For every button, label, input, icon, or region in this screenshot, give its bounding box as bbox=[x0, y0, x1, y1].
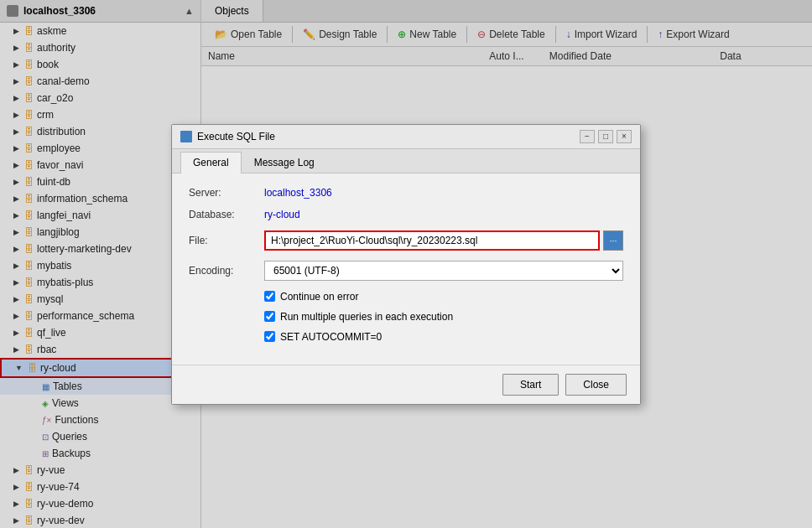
modal-title-group: Execute SQL File bbox=[180, 131, 275, 142]
start-button[interactable]: Start bbox=[502, 374, 559, 396]
checkbox-autocommit-row: SET AUTOCOMMIT=0 bbox=[189, 331, 623, 343]
modal-window-controls: − □ × bbox=[580, 130, 632, 143]
maximize-button[interactable]: □ bbox=[598, 130, 613, 143]
modal-title: Execute SQL File bbox=[197, 131, 275, 142]
encoding-label: Encoding: bbox=[189, 265, 264, 277]
modal-body: Server: localhost_3306 Database: ry-clou… bbox=[172, 173, 640, 365]
database-value: ry-cloud bbox=[264, 209, 300, 220]
tab-general[interactable]: General bbox=[180, 152, 242, 173]
checkbox-continue[interactable] bbox=[264, 291, 275, 302]
encoding-row: Encoding: 65001 (UTF-8) UTF-16 GBK Latin… bbox=[189, 261, 623, 281]
checkbox-continue-row: Continue on error bbox=[189, 291, 623, 303]
browse-button[interactable]: ··· bbox=[603, 230, 623, 251]
checkbox-autocommit-label: SET AUTOCOMMIT=0 bbox=[280, 331, 382, 343]
minimize-button[interactable]: − bbox=[580, 130, 595, 143]
file-label: File: bbox=[189, 235, 264, 246]
database-row: Database: ry-cloud bbox=[189, 209, 623, 220]
modal-tabs: General Message Log bbox=[172, 149, 640, 173]
checkbox-multiple-row: Run multiple queries in each execution bbox=[189, 311, 623, 323]
checkbox-multiple-label: Run multiple queries in each execution bbox=[280, 311, 453, 323]
encoding-select[interactable]: 65001 (UTF-8) UTF-16 GBK Latin1 bbox=[264, 261, 623, 281]
database-label: Database: bbox=[189, 209, 264, 220]
modal-overlay: Execute SQL File − □ × General Message L… bbox=[0, 0, 812, 528]
server-value: localhost_3306 bbox=[264, 187, 332, 199]
file-input-group: ··· bbox=[264, 230, 623, 251]
file-row: File: ··· bbox=[189, 230, 623, 251]
modal-footer: Start Close bbox=[172, 365, 640, 404]
server-label: Server: bbox=[189, 187, 264, 199]
modal-titlebar: Execute SQL File − □ × bbox=[172, 125, 640, 149]
modal-title-icon bbox=[180, 131, 192, 142]
encoding-input-group: 65001 (UTF-8) UTF-16 GBK Latin1 bbox=[264, 261, 623, 281]
server-row: Server: localhost_3306 bbox=[189, 187, 623, 199]
checkbox-multiple[interactable] bbox=[264, 311, 275, 322]
file-input[interactable] bbox=[264, 230, 600, 251]
tab-message-log[interactable]: Message Log bbox=[242, 152, 327, 173]
close-modal-button[interactable]: Close bbox=[565, 374, 627, 396]
close-button[interactable]: × bbox=[617, 130, 632, 143]
checkbox-autocommit[interactable] bbox=[264, 331, 275, 342]
checkbox-continue-label: Continue on error bbox=[280, 291, 358, 303]
execute-sql-modal: Execute SQL File − □ × General Message L… bbox=[171, 124, 641, 405]
